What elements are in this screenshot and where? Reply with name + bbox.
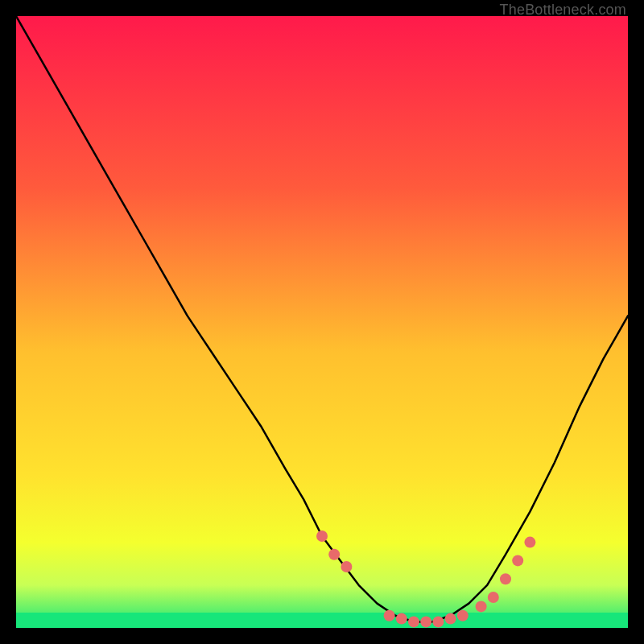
bottleneck-chart	[16, 16, 628, 628]
data-point	[420, 616, 431, 627]
data-point	[512, 555, 523, 566]
chart-frame	[16, 16, 628, 628]
data-point	[445, 613, 456, 625]
watermark-text: TheBottleneck.com	[500, 2, 626, 19]
data-point	[396, 613, 407, 625]
data-point	[328, 549, 340, 560]
data-point	[488, 592, 499, 603]
data-point	[432, 616, 444, 627]
data-point	[524, 537, 535, 548]
data-point	[341, 561, 352, 572]
data-point	[500, 573, 511, 584]
data-point	[476, 601, 487, 612]
data-point	[408, 616, 419, 627]
data-point	[457, 610, 469, 621]
green-band	[16, 613, 628, 628]
data-point	[384, 610, 395, 621]
data-point	[316, 530, 328, 542]
